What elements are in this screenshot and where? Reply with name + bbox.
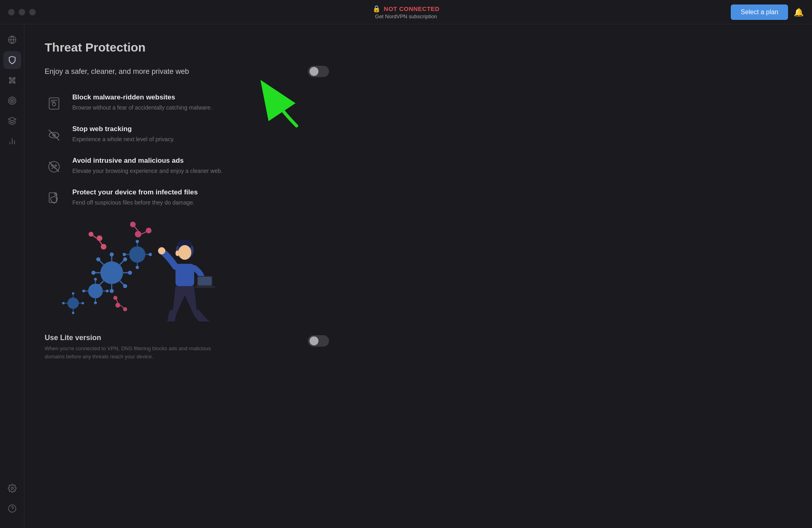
- svg-point-67: [94, 302, 97, 304]
- svg-point-49: [123, 257, 127, 261]
- feature-protect-files-text: Protect your device from infected files …: [72, 188, 198, 207]
- svg-point-2: [9, 78, 11, 79]
- svg-point-4: [9, 82, 11, 84]
- sidebar-item-globe[interactable]: [3, 31, 21, 49]
- svg-line-11: [10, 79, 11, 80]
- svg-point-5: [13, 82, 15, 84]
- svg-point-41: [110, 289, 114, 293]
- svg-line-31: [49, 130, 59, 140]
- svg-point-58: [136, 266, 139, 269]
- svg-point-80: [82, 302, 84, 304]
- feature-block-malware-text: Block malware-ridden websites Browse wit…: [72, 93, 212, 112]
- svg-line-52: [120, 281, 124, 285]
- svg-line-13: [10, 81, 11, 82]
- svg-point-43: [91, 271, 95, 275]
- select-plan-button[interactable]: Select a plan: [731, 4, 788, 20]
- feature-list: Block malware-ridden websites Browse wit…: [45, 93, 329, 208]
- page-title: Threat Protection: [45, 41, 792, 54]
- svg-point-54: [129, 246, 145, 263]
- svg-point-101: [158, 247, 165, 254]
- svg-line-94: [120, 305, 124, 308]
- sidebar-item-help[interactable]: [3, 500, 21, 517]
- svg-point-60: [123, 253, 126, 256]
- connection-status: 🔒 NOT CONNECTED Get NordVPN subscription: [372, 5, 440, 19]
- title-bar-right: Select a plan 🔔: [731, 4, 804, 20]
- sidebar: [0, 24, 24, 528]
- svg-marker-18: [8, 117, 15, 121]
- svg-line-46: [100, 261, 104, 265]
- feature-avoid-ads-desc: Elevate your browsing experience and enj…: [72, 167, 223, 175]
- feature-avoid-ads: Avoid intrusive and malicious ads Elevat…: [45, 157, 329, 176]
- lite-toggle-track[interactable]: [308, 335, 329, 347]
- title-bar: 🔒 NOT CONNECTED Get NordVPN subscription…: [0, 0, 812, 24]
- svg-point-83: [146, 228, 152, 233]
- svg-line-35: [49, 162, 59, 172]
- svg-point-72: [67, 297, 79, 309]
- svg-rect-104: [195, 286, 215, 288]
- bell-icon[interactable]: 🔔: [794, 7, 804, 17]
- main-toggle-track[interactable]: [308, 66, 329, 77]
- close-button[interactable]: [8, 9, 15, 15]
- svg-point-37: [100, 261, 123, 284]
- minimize-button[interactable]: [19, 9, 25, 15]
- sidebar-item-settings[interactable]: [3, 479, 21, 497]
- svg-rect-36: [49, 193, 56, 203]
- svg-point-88: [101, 244, 106, 250]
- svg-point-17: [11, 100, 13, 101]
- lite-version-title: Use Lite version: [45, 334, 300, 342]
- sidebar-item-mesh[interactable]: [3, 71, 21, 89]
- content-area: Threat Protection Enjoy a safer, cleaner…: [24, 24, 812, 528]
- avoid-ads-icon: [45, 157, 63, 176]
- stop-tracking-icon: [45, 126, 63, 144]
- svg-point-78: [62, 302, 65, 304]
- feature-stop-tracking-desc: Experience a whole next level of privacy…: [72, 135, 175, 144]
- illustration-area: [37, 212, 240, 325]
- svg-point-69: [82, 290, 85, 293]
- svg-point-95: [123, 307, 127, 311]
- main-toggle[interactable]: [308, 66, 329, 77]
- block-malware-icon: [45, 94, 63, 113]
- svg-point-90: [89, 232, 93, 237]
- svg-point-74: [72, 292, 74, 295]
- svg-point-99: [175, 250, 180, 256]
- main-layout: Threat Protection Enjoy a safer, cleaner…: [0, 24, 812, 528]
- svg-line-12: [13, 79, 14, 80]
- feature-protect-files-desc: Fend off suspicious files before they do…: [72, 198, 198, 207]
- sidebar-item-layers[interactable]: [3, 112, 21, 130]
- app-window: 🔒 NOT CONNECTED Get NordVPN subscription…: [0, 0, 812, 528]
- feature-protect-files-title: Protect your device from infected files: [72, 188, 198, 196]
- svg-point-91: [115, 303, 120, 308]
- svg-line-84: [134, 226, 138, 231]
- maximize-button[interactable]: [29, 9, 36, 15]
- traffic-lights: [8, 9, 36, 15]
- sidebar-item-target[interactable]: [3, 92, 21, 110]
- feature-avoid-ads-title: Avoid intrusive and malicious ads: [72, 157, 223, 165]
- svg-point-23: [8, 505, 15, 512]
- subscription-label: Get NordVPN subscription: [375, 13, 437, 19]
- svg-point-15: [8, 97, 15, 104]
- feature-block-malware-desc: Browse without a fear of accidentally ca…: [72, 103, 212, 112]
- lite-toggle-thumb: [310, 336, 318, 345]
- svg-point-3: [13, 78, 15, 79]
- sidebar-item-stats[interactable]: [3, 132, 21, 150]
- lite-version-description: When you're connected to VPN, DNS filter…: [45, 345, 215, 361]
- feature-protect-files: Protect your device from infected files …: [45, 188, 329, 208]
- svg-point-39: [110, 252, 114, 256]
- svg-point-98: [178, 245, 191, 260]
- svg-point-47: [96, 257, 100, 261]
- lite-toggle-text: Use Lite version When you're connected t…: [45, 334, 300, 361]
- svg-point-6: [11, 80, 13, 81]
- not-connected-label: NOT CONNECTED: [384, 5, 440, 12]
- svg-rect-103: [198, 277, 212, 285]
- svg-point-65: [94, 278, 97, 281]
- sidebar-item-shield[interactable]: [3, 51, 21, 69]
- svg-point-71: [106, 290, 109, 293]
- feature-stop-tracking-text: Stop web tracking Experience a whole nex…: [72, 125, 175, 144]
- svg-point-93: [113, 296, 117, 300]
- lite-toggle[interactable]: [308, 335, 329, 347]
- svg-line-89: [93, 235, 97, 238]
- svg-point-45: [128, 271, 132, 275]
- lite-toggle-row: Use Lite version When you're connected t…: [45, 334, 329, 361]
- feature-block-malware: Block malware-ridden websites Browse wit…: [45, 93, 329, 113]
- svg-point-81: [135, 231, 141, 237]
